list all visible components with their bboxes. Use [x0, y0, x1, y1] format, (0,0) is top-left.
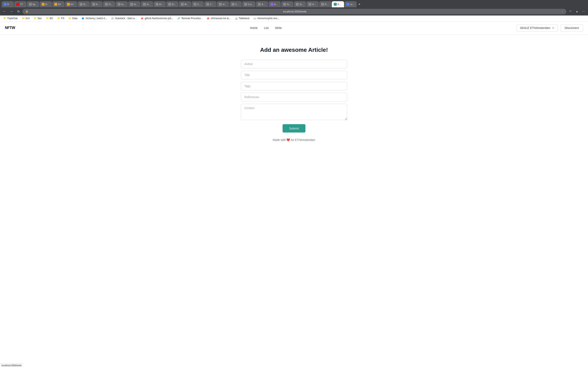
bookmark-label-tripleoak: TripleOak [7, 17, 18, 20]
tab-label-10: ht... [121, 3, 125, 6]
address-bar-row: ← → ↻ 🔒 localhost:3000/write ☆ 🛡 ▲ ⋯ [0, 7, 588, 16]
references-input[interactable] [241, 93, 347, 101]
tab-label-25: H... [312, 3, 316, 6]
author-input[interactable] [241, 60, 347, 68]
tab-28[interactable]: sc... [345, 1, 357, 7]
tab-16[interactable]: Z... [191, 1, 204, 7]
nav-link-list[interactable]: List [264, 26, 269, 30]
tab-25[interactable]: H... [306, 1, 319, 7]
browser-chrome: B YT lig... E\ EV EV Et... A... [0, 0, 588, 16]
bookmark-label-remote: Remote Procedur... [182, 17, 203, 20]
submit-button[interactable]: Submit [283, 124, 305, 133]
tab-label-4: E\ [45, 3, 47, 6]
tab-1[interactable]: B [2, 1, 14, 7]
bookmark-label-cli: cli/manual.md at... [211, 17, 231, 20]
bookmark-cli[interactable]: 🐙 cli/manual.md at... [205, 16, 232, 20]
tab-label-13: El... [159, 3, 163, 6]
toolbar-icons: 🛡 ▲ ⋯ [568, 8, 586, 14]
tab-19[interactable]: C... [229, 1, 242, 7]
folder-icon: 📁 [3, 17, 6, 20]
tab-8[interactable]: A... [90, 1, 103, 7]
bookmark-bc[interactable]: 📁 BC [44, 16, 55, 20]
tab-label-21: A... [261, 3, 265, 6]
tab-favicon-7 [80, 3, 82, 6]
bookmark-remote[interactable]: 🔗 Remote Procedur... [176, 16, 204, 20]
bookmark-alchemy[interactable]: 🔷 Alchemy | web3 d... [80, 16, 109, 20]
tab-4[interactable]: E\ [40, 1, 52, 7]
tab-10[interactable]: ht... [116, 1, 128, 7]
tab-18[interactable]: nf... [217, 1, 229, 7]
nav-right: SKALE ETHAmsterdam Disconnect [517, 25, 583, 31]
form-container: Submit [241, 60, 347, 133]
bookmark-homomorphic[interactable]: 📖 Homomorphic enc... [252, 16, 281, 20]
tableland-icon: 📊 [235, 17, 238, 20]
tab-13[interactable]: El... [154, 1, 166, 7]
bookmark-fs[interactable]: 📁 FS [56, 16, 66, 20]
tab-17[interactable]: C... [204, 1, 216, 7]
tab-14[interactable]: El... [166, 1, 178, 7]
tab-23[interactable]: Si... [281, 1, 293, 7]
substack-icon: 📰 [111, 17, 114, 20]
tab-15[interactable]: M... [179, 1, 191, 7]
new-tab-button[interactable]: + [357, 2, 362, 7]
tab-20[interactable]: G p... [242, 1, 255, 7]
tab-favicon-6 [67, 3, 70, 6]
nav-link-home[interactable]: Home [250, 26, 258, 30]
folder-icon-bc: 📁 [46, 17, 49, 20]
bookmark-tableland[interactable]: 📊 Tableland [233, 16, 251, 20]
tab-label-19: C... [235, 3, 239, 6]
bookmark-label-bc: BC [50, 17, 53, 20]
bookmark-substack[interactable]: 📰 Substack - Start a... [109, 16, 138, 20]
bookmark-label-sec: Sec [38, 17, 42, 20]
bookmark-sec[interactable]: 📁 Sec [32, 16, 43, 20]
tab-6[interactable]: EV [65, 1, 77, 7]
extension-icon-3[interactable]: ⋯ [581, 8, 586, 14]
address-bar[interactable]: 🔒 localhost:3000/write ☆ [22, 9, 566, 14]
tab-27-active[interactable]: R... [332, 1, 344, 7]
chevron-down-icon [552, 26, 554, 29]
bookmark-icon: ☆ [561, 10, 563, 13]
tab-label-9: Fi... [109, 3, 112, 6]
wallet-dropdown[interactable]: SKALE ETHAmsterdam [517, 25, 558, 31]
tab-favicon-9 [105, 3, 108, 6]
tab-2[interactable]: YT [14, 1, 26, 7]
footer-text: Made with ❤️ for ETHAmsterdam [273, 138, 315, 142]
bookmark-data[interactable]: 📁 Data [67, 16, 79, 20]
title-input[interactable] [241, 71, 347, 79]
back-button[interactable]: ← [2, 8, 7, 14]
bookmark-label-tableland: Tableland [239, 17, 249, 20]
tab-26[interactable]: R... [319, 1, 331, 7]
tab-24[interactable]: Si... [294, 1, 306, 7]
tab-3[interactable]: lig... [27, 1, 39, 7]
tab-22[interactable]: A... [268, 1, 281, 7]
tags-input[interactable] [241, 82, 347, 90]
tab-label-8: A... [96, 3, 99, 6]
bookmark-tripleoak[interactable]: 📁 TripleOak [2, 16, 19, 20]
disconnect-button[interactable]: Disconnect [561, 25, 583, 31]
tab-favicon-21 [258, 3, 261, 6]
tab-label-3: lig... [33, 3, 37, 6]
forward-button[interactable]: → [9, 8, 14, 14]
tab-21[interactable]: A... [256, 1, 268, 7]
folder-icon-data: 📁 [68, 17, 71, 20]
content-textarea[interactable] [241, 104, 347, 120]
tab-favicon-2 [16, 3, 19, 6]
extension-icon-1[interactable]: 🛡 [568, 8, 573, 14]
tab-9[interactable]: Fi... [103, 1, 115, 7]
nav-links: Home List Write [250, 26, 282, 30]
main-content: Add an awesome Article! Submit Made with… [0, 34, 588, 154]
bookmark-i4[interactable]: 📁 i4.0 [20, 16, 31, 20]
status-bar: localhost:3000/write [0, 364, 23, 364]
tab-favicon-13 [156, 3, 158, 6]
tab-bar: B YT lig... E\ EV EV Et... A... [0, 0, 588, 7]
tab-label-20: G p... [248, 3, 253, 6]
tab-11[interactable]: ht... [128, 1, 140, 7]
bookmark-github[interactable]: 🐙 github flashbots/mev-job... [139, 16, 175, 20]
tab-5[interactable]: EV [52, 1, 65, 7]
tab-12[interactable]: ht... [141, 1, 153, 7]
tab-favicon-11 [130, 3, 133, 6]
nav-link-write[interactable]: Write [275, 26, 282, 30]
reload-button[interactable]: ↻ [16, 8, 21, 14]
extension-icon-2[interactable]: ▲ [574, 8, 580, 14]
tab-7[interactable]: Et... [78, 1, 90, 7]
